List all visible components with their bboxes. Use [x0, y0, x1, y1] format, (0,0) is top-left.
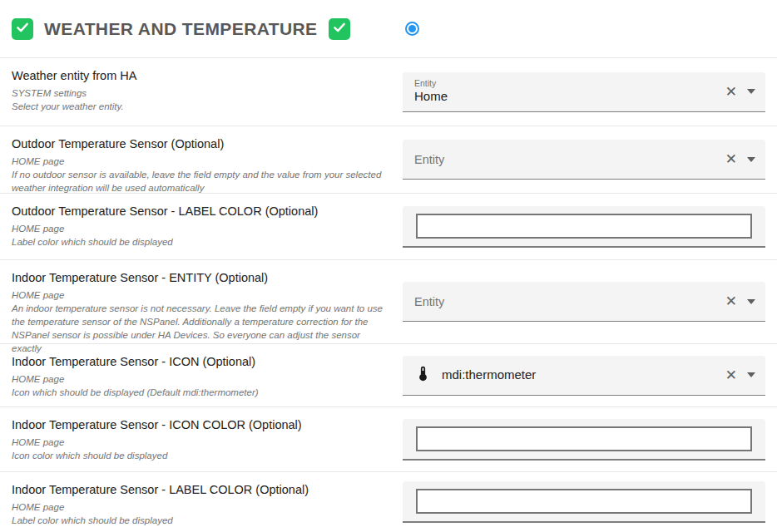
outdoor-label-color-fieldwrap	[403, 206, 765, 248]
row-page: HOME page	[12, 222, 388, 235]
settings-row-indoor-entity: Indoor Temperature Sensor - ENTITY (Opti…	[0, 260, 777, 344]
settings-row-weather-entity: Weather entity from HA SYSTEM settings S…	[0, 58, 777, 126]
row-description: Icon which should be displayed (Default …	[12, 386, 388, 399]
section-header: WEATHER AND TEMPERATURE	[0, 0, 777, 58]
field-value: mdi:thermometer	[442, 367, 536, 383]
settings-row-indoor-icon: Indoor Temperature Sensor - ICON (Option…	[0, 344, 777, 407]
settings-row-indoor-label-color: Indoor Temperature Sensor - LABEL COLOR …	[0, 472, 777, 532]
field-placeholder: Entity	[414, 153, 722, 166]
clear-icon[interactable]: ✕	[722, 367, 740, 384]
row-label: Weather entity from HA	[12, 69, 388, 82]
check-icon	[332, 20, 347, 38]
indoor-icon-color-fieldwrap	[403, 419, 765, 461]
outdoor-entity-select[interactable]: Entity ✕	[403, 140, 765, 180]
row-label: Indoor Temperature Sensor - ENTITY (Opti…	[12, 271, 388, 284]
indoor-label-color-fieldwrap	[403, 481, 765, 523]
row-page: HOME page	[12, 288, 388, 302]
row-page: SYSTEM settings	[12, 86, 388, 100]
row-label: Outdoor Temperature Sensor (Optional)	[12, 137, 388, 150]
clear-icon[interactable]: ✕	[722, 293, 740, 310]
check-icon	[15, 20, 30, 38]
thermometer-icon	[414, 365, 432, 386]
clear-icon[interactable]: ✕	[722, 83, 740, 101]
indoor-icon-color-input[interactable]	[416, 426, 752, 451]
chevron-down-icon[interactable]	[747, 157, 755, 162]
row-page: HOME page	[12, 372, 388, 386]
field-placeholder: Entity	[414, 295, 722, 308]
section-radio[interactable]	[405, 22, 419, 36]
section-title: WEATHER AND TEMPERATURE	[44, 19, 317, 39]
chevron-down-icon[interactable]	[747, 89, 755, 94]
outdoor-label-color-input[interactable]	[416, 214, 752, 239]
row-label: Outdoor Temperature Sensor - LABEL COLOR…	[12, 204, 388, 218]
chevron-down-icon[interactable]	[747, 299, 755, 304]
clear-icon[interactable]: ✕	[722, 150, 740, 168]
row-description: Label color which should be displayed	[12, 235, 388, 249]
row-description: Label color which should be displayed	[12, 514, 388, 527]
section-checkbox-left[interactable]	[12, 18, 33, 40]
row-description: If no outdoor sensor is available, leave…	[12, 168, 388, 195]
row-label: Indoor Temperature Sensor - ICON (Option…	[12, 355, 388, 368]
indoor-entity-select[interactable]: Entity ✕	[403, 282, 765, 322]
indoor-icon-select[interactable]: mdi:thermometer ✕	[403, 356, 765, 396]
row-description: Icon color which should be displayed	[12, 449, 388, 462]
indoor-label-color-input[interactable]	[416, 489, 752, 514]
row-page: HOME page	[12, 500, 388, 514]
field-floating-label: Entity	[414, 78, 722, 89]
section-checkbox-right[interactable]	[329, 18, 350, 40]
settings-row-outdoor-label-color: Outdoor Temperature Sensor - LABEL COLOR…	[0, 194, 777, 260]
settings-page: WEATHER AND TEMPERATURE Weather entity f…	[0, 0, 777, 532]
row-label: Indoor Temperature Sensor - LABEL COLOR …	[12, 483, 388, 496]
settings-row-outdoor-sensor: Outdoor Temperature Sensor (Optional) HO…	[0, 126, 777, 194]
settings-row-indoor-icon-color: Indoor Temperature Sensor - ICON COLOR (…	[0, 407, 777, 472]
weather-entity-select[interactable]: Entity Home ✕	[403, 72, 765, 112]
row-description: Select your weather entity.	[12, 100, 388, 113]
row-page: HOME page	[12, 155, 388, 168]
field-value: Home	[414, 89, 722, 105]
chevron-down-icon[interactable]	[747, 372, 755, 377]
row-label: Indoor Temperature Sensor - ICON COLOR (…	[12, 418, 388, 431]
radio-dot-icon	[408, 25, 416, 32]
row-page: HOME page	[12, 436, 388, 449]
